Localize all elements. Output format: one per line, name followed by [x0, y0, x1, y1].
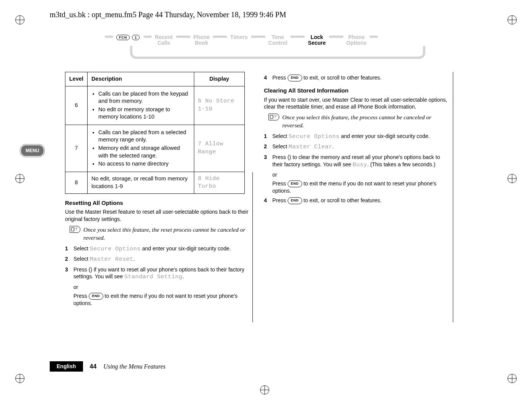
note: Once you select this feature, the proces… — [268, 114, 451, 130]
th-description: Description — [88, 72, 194, 86]
step-text: . — [182, 273, 184, 279]
note-hand-icon — [268, 114, 279, 130]
step-text: . (This takes a few seconds.) — [367, 161, 435, 167]
page-footer: English 44 Using the Menu Features — [50, 361, 455, 372]
nav-label: Options — [347, 40, 367, 46]
cell-level: 6 — [65, 86, 88, 125]
heading-resetting: Resetting All Options — [65, 199, 252, 207]
table-row: 7 Calls can be placed from a selected me… — [65, 125, 245, 172]
nav-timers: Timers — [230, 34, 248, 40]
connector-icon — [213, 36, 227, 38]
list-item: No edit or memory storage to memory loca… — [98, 106, 190, 121]
step-alt: Press END to exit the menu if you do not… — [73, 292, 252, 307]
step-alt: Press END to exit the menu if you do not… — [272, 180, 451, 195]
end-key-icon: END — [89, 293, 103, 300]
registration-mark-icon — [15, 374, 24, 383]
cell-display: 6 No Store 1-10 — [194, 86, 244, 125]
note-hand-icon — [70, 226, 80, 242]
step-text: Select — [272, 133, 289, 139]
list-item: No access to name directory — [98, 160, 190, 168]
steps-list-cont: Press END to exit, or scroll to other fe… — [264, 74, 451, 81]
cell-description: No edit, storage, or recall from memory … — [88, 172, 194, 194]
right-column: Press END to exit, or scroll to other fe… — [264, 72, 451, 309]
connector-icon — [329, 36, 343, 38]
steps-list: Select Secure Options and enter your six… — [65, 245, 252, 307]
lcd-text: Busy — [353, 162, 367, 168]
note-text: Once you select this feature, the reset … — [83, 226, 252, 242]
cell-description: Calls can be placed from the keypad and … — [88, 86, 194, 125]
connector-icon — [105, 36, 113, 38]
step-text: and enter your six-digit security code. — [340, 133, 430, 139]
note-text: Once you select this feature, the proces… — [282, 114, 451, 130]
registration-mark-icon — [508, 374, 517, 383]
lcd-text: Secure Options — [90, 246, 141, 252]
nav-label: Secure — [308, 40, 326, 46]
page: m3td_us.bk : opt_menu.fm5 Page 44 Thursd… — [0, 0, 532, 406]
connector-icon — [290, 36, 305, 38]
steps-list: Select Secure Options and enter your six… — [264, 133, 451, 204]
menu-path: FCN 1 Recent Calls Phone Book Timers Ton… — [103, 34, 428, 61]
step: Select Master Clear. — [264, 143, 451, 151]
step-text: Select — [73, 245, 90, 252]
left-column: Level Description Display 6 Calls can be… — [65, 72, 252, 309]
step-text: Press — [272, 197, 288, 203]
registration-mark-icon — [508, 15, 517, 24]
step-text: and enter your six-digit security code. — [141, 245, 231, 252]
nav-lock-secure: Lock Secure — [308, 34, 326, 45]
nav-label: Book — [195, 40, 208, 46]
step-text: to exit, or scroll to other features. — [302, 75, 382, 81]
step-text: Press — [272, 75, 288, 81]
table-header-row: Level Description Display — [65, 72, 245, 86]
step: Press () to clear the memory and reset a… — [264, 154, 451, 195]
th-level: Level — [65, 72, 88, 86]
step: Select Secure Options and enter your six… — [65, 245, 252, 253]
lcd-text: Master Reset — [90, 256, 133, 263]
content-columns: Level Description Display 6 Calls can be… — [65, 72, 451, 309]
registration-mark-icon — [15, 15, 24, 24]
cell-display: 7 Allow Range — [194, 125, 244, 172]
levels-table: Level Description Display 6 Calls can be… — [65, 72, 245, 194]
or-text: or — [73, 284, 252, 291]
lcd-text: Standard Setting — [124, 274, 182, 280]
end-key-icon: END — [288, 180, 302, 187]
language-badge: English — [50, 361, 83, 372]
nav-loop-icon — [130, 48, 425, 59]
nav-label: Phone — [194, 34, 210, 40]
nav-phone-options: Phone Options — [347, 34, 367, 45]
nav-tone-control: Tone Control — [268, 34, 288, 45]
end-key-icon: END — [288, 197, 302, 204]
registration-mark-icon — [260, 385, 269, 395]
nav-recent-calls: Recent Calls — [155, 34, 173, 45]
heading-clearing: Clearing All Stored Information — [264, 87, 451, 94]
nav-label: Recent — [155, 34, 173, 40]
step: Press END to exit, or scroll to other fe… — [264, 74, 451, 81]
registration-mark-icon — [508, 174, 517, 183]
step-text: Press — [73, 293, 89, 299]
nav-label: Control — [268, 40, 288, 46]
lcd-text: Master Clear — [289, 144, 332, 150]
nav-label: Calls — [158, 40, 170, 46]
connector-icon — [369, 36, 378, 38]
step: Press () if you want to reset all your p… — [65, 266, 252, 307]
list-item: Calls can be placed from a selected memo… — [98, 129, 190, 144]
paragraph: Use the Master Reset feature to reset al… — [65, 208, 252, 223]
nav-label: Phone — [348, 34, 365, 40]
end-key-icon: END — [288, 75, 302, 81]
registration-mark-icon — [15, 174, 24, 183]
nav-label: Lock — [311, 34, 323, 40]
or-text: or — [272, 171, 451, 179]
list-item: Calls can be placed from the keypad and … — [98, 90, 190, 105]
th-display: Display — [194, 72, 244, 86]
step: Press END to exit, or scroll to other fe… — [264, 197, 451, 204]
step-text: Press — [272, 180, 288, 187]
side-tab-menu: MENU — [21, 145, 44, 156]
page-number: 44 — [90, 362, 97, 371]
table-row: 8 No edit, storage, or recall from memor… — [65, 172, 245, 194]
cell-level: 8 — [65, 172, 88, 194]
chapter-title: Using the Menu Features — [103, 362, 165, 371]
connector-icon — [251, 36, 265, 38]
step-text: Select — [73, 256, 90, 262]
nav-label: Tone — [272, 34, 284, 40]
table-row: 6 Calls can be placed from the keypad an… — [65, 86, 245, 125]
nav-phone-book: Phone Book — [194, 34, 210, 45]
